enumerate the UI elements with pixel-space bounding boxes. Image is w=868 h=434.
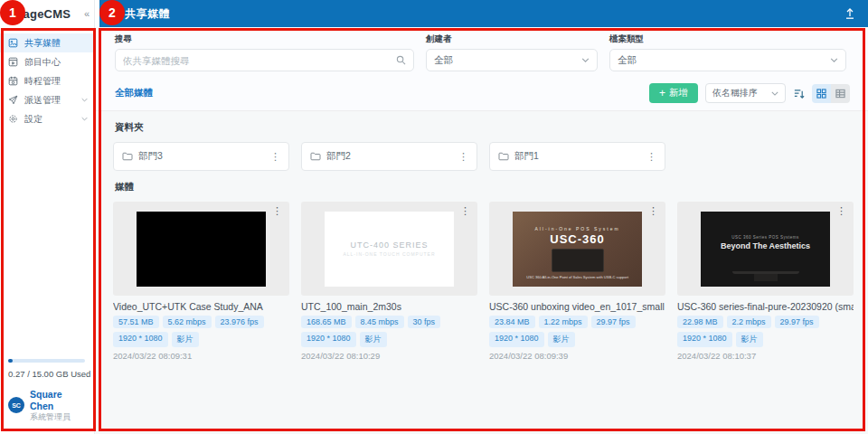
search-field: 搜尋 [115,33,414,71]
sidebar-menu: 共享媒體 節目中心 時程管理 派送管理 設 [0,27,94,128]
sidebar-item-label: 節目中心 [24,56,61,69]
sidebar-item-label: 派送管理 [24,94,61,107]
media-title: USC-360 unboxing video_en_1017_small [489,301,665,312]
page-title: 共享媒體 [125,6,170,22]
kebab-menu-icon[interactable]: ⋮ [268,150,283,164]
grid-view-button[interactable] [812,84,831,103]
video-thumbnail-image: All-in-One POS System USC-360 USC 360 Al… [513,212,642,287]
program-icon [8,57,18,67]
chevron-down-icon [81,117,88,121]
add-button[interactable]: + 新增 [649,83,698,103]
folder-card[interactable]: 部門3 ⋮ [113,142,289,171]
media-title: Video_UTC+UTK Case Study_ANA [113,301,289,312]
type-badge: 影片 [548,332,575,347]
resolution-badge: 1920 * 1080 [489,332,544,347]
size-badge: 22.98 MB [677,316,723,328]
gear-icon [8,114,18,124]
folders-section-label: 資料夾 [95,111,868,142]
kebab-menu-icon[interactable]: ⋮ [269,204,285,218]
kebab-menu-icon[interactable]: ⋮ [834,204,849,218]
content-area: 搜尋 創建者 全部 [95,27,868,434]
thumbnail-text: Beyond The Aesthetics [721,241,810,250]
video-thumbnail-image: UTC-400 SERIES ALL-IN-ONE TOUCH COMPUTER [325,212,454,287]
calendar-icon [8,76,18,86]
media-card[interactable]: All-in-One POS System USC-360 USC 360 Al… [489,202,665,361]
kebab-menu-icon[interactable]: ⋮ [644,150,659,164]
user-account[interactable]: SC Square Chen 系統管理員 [0,379,94,434]
search-input[interactable] [123,55,396,66]
media-badges: 23.84 MB 1.22 mbps 29.97 fps 1920 * 1080… [489,316,665,347]
creator-label: 創建者 [426,33,598,45]
fps-badge: 30 fps [408,316,441,328]
sidebar-item-program-center[interactable]: 節目中心 [0,52,94,71]
sort-select[interactable]: 依名稱排序 [705,83,786,103]
creator-select[interactable]: 全部 [426,49,598,71]
thumbnail-subtext: ALL-IN-ONE TOUCH COMPUTER [343,251,435,257]
media-thumbnail: USC 360 Series POS Systems Beyond The Ae… [677,202,854,296]
media-card[interactable]: ⋮ Video_UTC+UTK Case Study_ANA 57.51 MB … [113,202,289,361]
thumbnail-text: USC-360 [550,232,604,246]
media-badges: 22.98 MB 2.2 mbps 29.97 fps 1920 * 1080 … [677,316,854,347]
video-thumbnail-image: USC 360 Series POS Systems Beyond The Ae… [701,212,830,287]
sidebar: ImageCMS « 共享媒體 節目中心 時程管理 派送管理 [0,0,95,434]
add-button-label: 新增 [669,87,688,99]
sidebar-item-settings[interactable]: 設定 [0,109,94,128]
media-thumbnail: UTC-400 SERIES ALL-IN-ONE TOUCH COMPUTER… [301,202,477,296]
folder-card[interactable]: 部門2 ⋮ [301,142,477,171]
folder-icon [498,152,509,161]
sort-direction-icon[interactable] [793,88,805,99]
sidebar-item-label: 設定 [24,113,42,126]
sort-selected-value: 依名稱排序 [712,87,771,99]
filetype-selected-value: 全部 [618,54,830,67]
chevron-down-icon [771,91,778,96]
thumbnail-text: UTC-400 SERIES [350,241,428,250]
all-media-link[interactable]: 全部媒體 [115,87,153,99]
type-badge: 影片 [360,332,387,347]
media-thumbnail: ⋮ [113,202,289,296]
main-area: 共享媒體 搜尋 創建者 [95,0,868,434]
size-badge: 168.65 MB [301,316,352,328]
folder-card[interactable]: 部門1 ⋮ [489,142,665,171]
sidebar-item-distribution[interactable]: 派送管理 [0,90,94,109]
upload-icon[interactable] [844,7,856,20]
filetype-field: 檔案類型 全部 [609,33,846,71]
storage-used-text: 0.27 / 15.00 GB Used [8,369,85,379]
resolution-badge: 1920 * 1080 [301,332,356,347]
sidebar-collapse-icon[interactable]: « [84,8,90,19]
bitrate-badge: 5.62 mbps [163,316,212,328]
media-date: 2024/03/22 08:09:39 [489,351,665,361]
size-badge: 23.84 MB [489,316,535,328]
storage-indicator: 0.27 / 15.00 GB Used [0,359,94,379]
search-label: 搜尋 [115,33,414,45]
search-icon[interactable] [396,55,406,65]
media-badges: 168.65 MB 8.45 mbps 30 fps 1920 * 1080 影… [301,316,477,347]
device-silhouette [552,249,604,272]
sidebar-item-schedule[interactable]: 時程管理 [0,71,94,90]
actions-row: 全部媒體 + 新增 依名稱排序 [95,80,868,111]
media-badges: 57.51 MB 5.62 mbps 23.976 fps 1920 * 108… [113,316,289,347]
filetype-select[interactable]: 全部 [609,49,846,71]
chevron-down-icon [81,98,88,102]
folder-name: 部門3 [138,150,163,163]
video-thumbnail-image [137,212,266,287]
media-card[interactable]: UTC-400 SERIES ALL-IN-ONE TOUCH COMPUTER… [301,202,477,361]
thumbnail-overline: USC 360 Series POS Systems [731,235,799,240]
sidebar-item-label: 共享媒體 [24,37,61,50]
kebab-menu-icon[interactable]: ⋮ [456,150,471,164]
media-date: 2024/03/22 08:10:29 [301,351,477,361]
view-toggle [812,84,850,103]
creator-field: 創建者 全部 [426,33,598,71]
avatar: SC [8,397,24,413]
media-date: 2024/03/22 08:09:31 [113,351,289,361]
sidebar-item-label: 時程管理 [24,75,61,88]
kebab-menu-icon[interactable]: ⋮ [646,204,661,218]
media-date: 2024/03/22 08:10:37 [677,351,854,361]
sidebar-header: ImageCMS « [0,0,94,27]
search-input-box [115,49,414,71]
kebab-menu-icon[interactable]: ⋮ [458,204,473,218]
media-title: UTC_100_main_2m30s [301,301,477,312]
thumbnail-caption: USC 360 All-in-One Point of Sales System… [526,275,628,279]
list-view-button[interactable] [831,84,850,103]
media-card[interactable]: USC 360 Series POS Systems Beyond The Ae… [677,202,854,361]
sidebar-item-shared-media[interactable]: 共享媒體 [0,33,94,52]
